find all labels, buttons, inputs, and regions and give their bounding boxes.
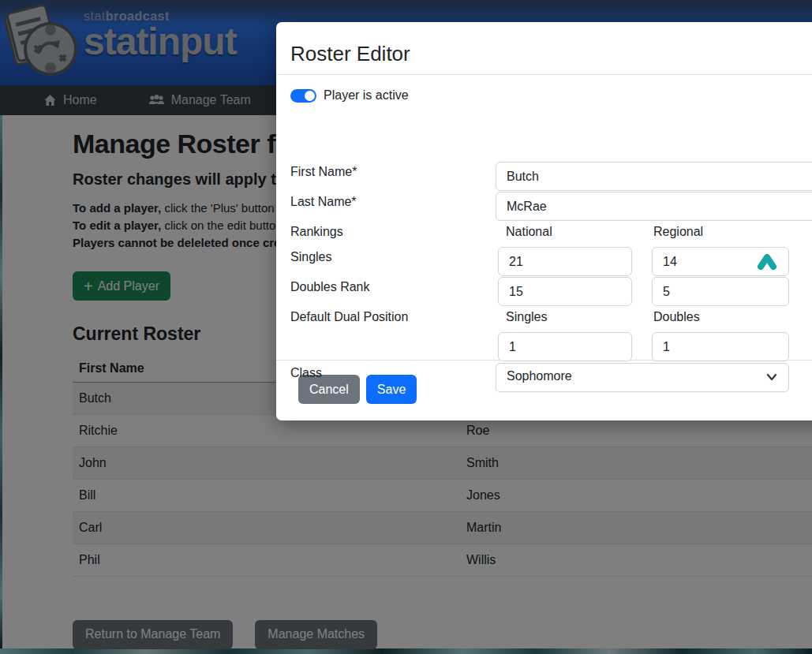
class-select-value: Sophomore xyxy=(507,369,572,383)
doubles-regional-input[interactable] xyxy=(652,277,789,306)
rankings-label: Rankings xyxy=(290,225,343,239)
modal-body: Player is active First Name* Last Name* … xyxy=(276,75,812,360)
first-name-label: First Name* xyxy=(290,165,357,179)
save-button[interactable]: Save xyxy=(366,375,417,404)
rankings-regional-header: Regional xyxy=(653,225,703,239)
doubles-rank-label: Doubles Rank xyxy=(290,280,370,294)
modal-header: Roster Editor xyxy=(276,22,812,75)
last-name-input[interactable] xyxy=(496,192,812,221)
default-dual-position-label: Default Dual Position xyxy=(290,310,408,324)
rankings-national-header: National xyxy=(506,225,552,239)
player-active-toggle[interactable] xyxy=(290,89,316,103)
doubles-national-input[interactable] xyxy=(498,277,632,306)
first-name-input[interactable] xyxy=(496,162,812,191)
last-name-label: Last Name* xyxy=(290,195,357,209)
class-select[interactable]: Sophomore xyxy=(496,363,789,392)
singles-national-input[interactable] xyxy=(498,247,632,276)
dual-singles-header: Singles xyxy=(506,310,547,324)
class-label: Class xyxy=(290,366,322,380)
modal-title: Roster Editor xyxy=(290,42,812,66)
toggle-knob xyxy=(305,91,315,101)
teal-chevron-up-icon xyxy=(756,252,778,271)
roster-editor-modal: Roster Editor Player is active First Nam… xyxy=(276,22,812,420)
player-active-label: Player is active xyxy=(324,88,409,103)
dual-doubles-header: Doubles xyxy=(653,310,700,324)
chevron-down-icon xyxy=(766,373,777,381)
singles-rank-label: Singles xyxy=(290,250,331,264)
dual-singles-input[interactable] xyxy=(498,332,632,361)
dual-doubles-input[interactable] xyxy=(652,332,789,361)
singles-regional-wrap xyxy=(652,247,789,276)
